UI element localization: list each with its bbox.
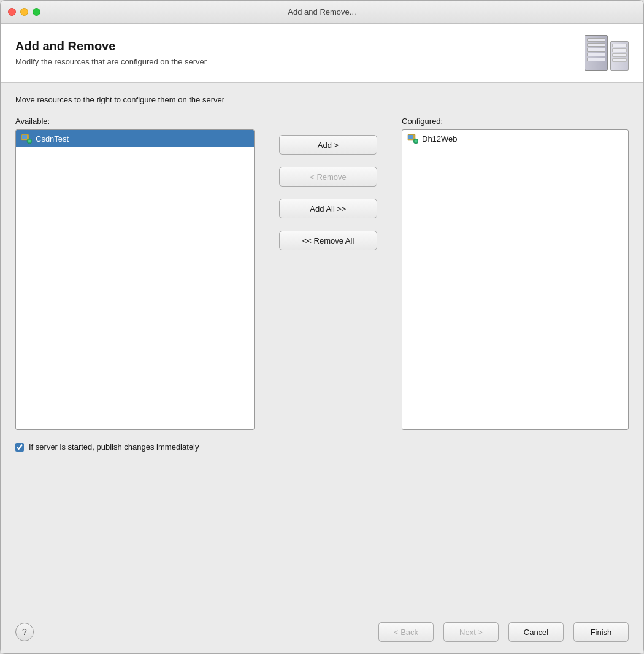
configured-section: Configured: Dh12Web — [402, 117, 629, 430]
window: Add and Remove... Add and Remove Modify … — [0, 0, 644, 654]
list-item[interactable]: Dh12Web — [402, 130, 628, 147]
resource-icon — [407, 133, 418, 144]
page-subtitle: Modify the resources that are configured… — [15, 57, 207, 66]
server-tower-small-icon — [610, 41, 629, 71]
help-button[interactable]: ? — [15, 623, 34, 641]
publish-checkbox[interactable] — [15, 443, 24, 452]
add-all-button[interactable]: Add All >> — [279, 199, 377, 218]
titlebar: Add and Remove... — [1, 1, 643, 24]
available-list[interactable]: CsdnTest — [15, 129, 255, 430]
publish-checkbox-label[interactable]: If server is started, publish changes im… — [29, 442, 199, 452]
footer: ? < Back Next > Cancel Finish — [1, 610, 643, 653]
server-tower-icon — [585, 35, 608, 71]
add-button[interactable]: Add > — [279, 135, 377, 155]
list-item[interactable]: CsdnTest — [16, 130, 254, 147]
available-section: Available: CsdnTest — [15, 117, 255, 430]
available-item-name: CsdnTest — [36, 134, 69, 144]
svg-rect-5 — [408, 135, 413, 139]
configured-item-name: Dh12Web — [422, 134, 458, 144]
traffic-lights — [8, 8, 40, 16]
cancel-button[interactable]: Cancel — [508, 622, 564, 642]
configured-list[interactable]: Dh12Web — [402, 129, 629, 430]
svg-point-3 — [28, 140, 31, 142]
configured-label: Configured: — [402, 117, 629, 126]
button-column: Add > < Remove Add All >> << Remove All — [255, 117, 402, 250]
header-text: Add and Remove Modify the resources that… — [15, 39, 207, 66]
maximize-button[interactable] — [33, 8, 40, 16]
header-graphic — [585, 35, 629, 71]
close-button[interactable] — [8, 8, 16, 16]
svg-rect-1 — [22, 135, 27, 139]
header-section: Add and Remove Modify the resources that… — [1, 24, 643, 83]
main-content: Move resources to the right to configure… — [1, 83, 643, 610]
remove-all-button[interactable]: << Remove All — [279, 231, 377, 250]
svg-point-7 — [415, 140, 417, 142]
next-button[interactable]: Next > — [443, 622, 499, 642]
page-title: Add and Remove — [15, 39, 207, 53]
window-title: Add and Remove... — [288, 7, 356, 17]
available-label: Available: — [15, 117, 255, 126]
instruction-text: Move resources to the right to configure… — [15, 95, 629, 104]
minimize-button[interactable] — [20, 8, 28, 16]
back-button[interactable]: < Back — [378, 622, 434, 642]
finish-button[interactable]: Finish — [573, 622, 629, 642]
remove-button[interactable]: < Remove — [279, 167, 377, 187]
resource-icon — [21, 133, 32, 144]
transfer-area: Available: CsdnTest — [15, 117, 629, 430]
publish-checkbox-row: If server is started, publish changes im… — [15, 442, 629, 452]
